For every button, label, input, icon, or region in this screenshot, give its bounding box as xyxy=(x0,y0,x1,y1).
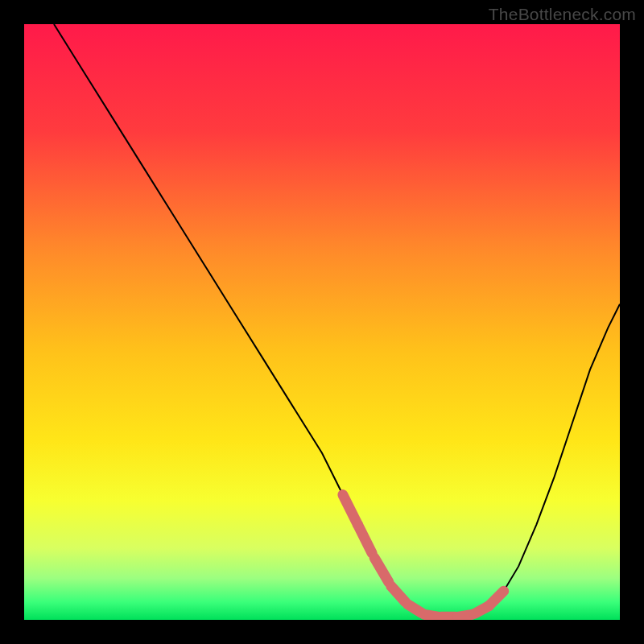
chart-container: TheBottleneck.com xyxy=(0,0,644,644)
chart-svg xyxy=(24,24,620,620)
watermark-text: TheBottleneck.com xyxy=(489,5,636,24)
gradient-background xyxy=(24,24,620,620)
plot-area xyxy=(24,24,620,620)
